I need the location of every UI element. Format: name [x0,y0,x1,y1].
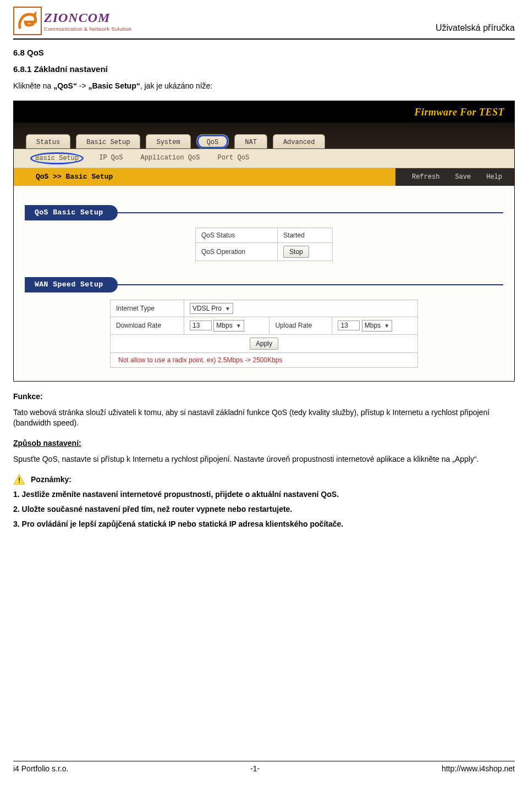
intro-suffix: , jak je ukázáno níže: [140,81,213,90]
logo: ZIONCOM Communication & Network Solution [13,7,131,35]
save-link[interactable]: Save [455,173,471,181]
subnav-application-qos[interactable]: Application QoS [138,152,202,164]
zpusob-text: Spusťte QoS, nastavte si přístup k Inter… [13,454,515,465]
main-tab-row: Status Basic Setup System QoS NAT Advanc… [14,123,514,149]
chevron-down-icon: ▼ [236,322,241,330]
subnav-ip-qos[interactable]: IP QoS [97,152,125,164]
panel-title-wan-speed: WAN Speed Setup [25,277,118,292]
panel-divider-2 [118,284,503,285]
footer-left: i4 Portfolio s.r.o. [13,764,68,774]
logo-text-sub: Communication & Network Solution [44,26,131,33]
help-link[interactable]: Help [486,173,502,181]
intro-basic: „Basic Setup“ [89,81,140,90]
section-heading-2: 6.8.1 Základní nastavení [13,64,515,75]
router-screenshot: Firmware For TEST Status Basic Setup Sys… [13,101,515,382]
internet-type-select[interactable]: VDSL Pro ▼ [190,303,233,314]
qos-operation-label: QoS Operation [196,243,278,261]
svg-rect-0 [19,478,20,481]
upload-rate-label: Upload Rate [270,317,332,334]
svg-rect-1 [19,482,20,483]
wan-note: Not allow to use a radix point. ex) 2.5M… [111,352,418,367]
download-unit-value: Mbps [216,321,232,330]
note-3: 3. Pro ovládání je lepší zapůjčená stati… [13,519,515,529]
note-1: 1. Jestliže změníte nastavení internetov… [13,489,515,500]
intro-paragraph: Klikněte na „QoS“ -> „Basic Setup“, jak … [13,81,515,91]
footer-center: -1- [250,764,260,774]
stop-button[interactable]: Stop [283,246,309,258]
tab-basic-setup[interactable]: Basic Setup [76,134,140,148]
breadcrumb-bar: QoS >> Basic Setup Refresh Save Help [14,168,514,186]
download-unit-select[interactable]: Mbps ▼ [213,320,244,331]
poznamky-heading: Poznámky: [31,474,72,485]
tab-status[interactable]: Status [26,134,70,148]
download-rate-label: Download Rate [111,317,184,334]
intro-mid: -> [77,81,89,90]
document-title: Uživatelská příručka [436,22,515,35]
intro-qos: „QoS“ [53,81,77,90]
subnav-port-qos[interactable]: Port QoS [215,152,251,164]
upload-unit-value: Mbps [365,321,381,330]
qos-status-table: QoS Status Started QoS Operation Stop [195,228,333,261]
qos-status-label: QoS Status [196,228,278,242]
logo-text-main: ZIONCOM [44,9,131,26]
footer-divider [13,761,515,761]
breadcrumb: QoS >> Basic Setup [14,172,113,182]
tab-advanced[interactable]: Advanced [273,134,326,148]
logo-icon [13,7,42,35]
sub-nav-row: Basic Setup IP QoS Application QoS Port … [14,149,514,168]
zpusob-heading: Způsob nastavení: [13,438,515,449]
tab-system[interactable]: System [146,134,190,148]
funkce-text: Tato webová stránka slouží uživateli k t… [13,407,515,428]
funkce-heading: Funkce: [13,391,515,402]
internet-type-label: Internet Type [111,300,184,317]
tab-qos[interactable]: QoS [196,134,229,148]
note-2: 2. Uložte současné nastavení před tím, n… [13,504,515,515]
footer-right: http://www.i4shop.net [442,764,515,774]
download-rate-input[interactable] [190,321,212,330]
warning-icon [13,474,25,485]
apply-button[interactable]: Apply [250,338,278,350]
section-heading-1: 6.8 QoS [13,47,515,58]
upload-unit-select[interactable]: Mbps ▼ [362,320,392,331]
wan-speed-table: Internet Type VDSL Pro ▼ Download Rate M… [110,300,418,368]
chevron-down-icon: ▼ [384,322,389,330]
firmware-bar: Firmware For TEST [14,101,514,122]
panel-divider [118,212,503,213]
internet-type-value: VDSL Pro [193,304,222,313]
chevron-down-icon: ▼ [225,305,230,313]
header-divider [13,38,515,40]
panel-title-qos-basic: QoS Basic Setup [25,205,118,220]
qos-status-value: Started [278,228,333,242]
refresh-link[interactable]: Refresh [412,173,439,181]
intro-text: Klikněte na [13,81,53,90]
tab-nat[interactable]: NAT [234,134,267,148]
firmware-label: Firmware For TEST [414,107,504,118]
subnav-basic-setup[interactable]: Basic Setup [30,152,84,164]
upload-rate-input[interactable] [338,321,360,330]
